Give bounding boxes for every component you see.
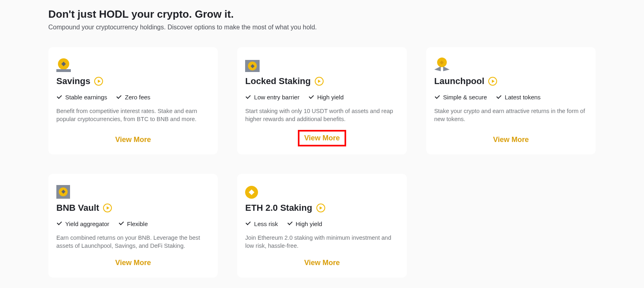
check-icon <box>434 95 440 99</box>
card-description: Stake your crypto and earn attractive re… <box>434 107 588 127</box>
page-subtitle: Compound your cryptocurrency holdings. D… <box>48 24 596 31</box>
card-title: BNB Vault <box>56 203 99 213</box>
cards-grid: Savings Stable earnings Zero fees Benefi… <box>48 47 596 278</box>
card-bnb-vault: BNB Vault Yield aggregator Flexible Earn… <box>48 174 218 278</box>
card-title: Savings <box>56 76 90 86</box>
check-icon <box>245 222 251 226</box>
launchpool-icon <box>434 57 588 72</box>
view-more-button[interactable]: View More <box>488 133 534 146</box>
card-eth2-staking: ETH 2.0 Staking Less risk High yield Joi… <box>237 174 407 278</box>
feature-item: Low entry barrier <box>245 94 299 101</box>
view-more-button[interactable]: View More <box>110 256 156 269</box>
check-icon <box>287 222 293 226</box>
locked-staking-icon <box>245 57 398 72</box>
feature-item: Yield aggregator <box>56 220 109 227</box>
feature-item: Stable earnings <box>56 94 107 101</box>
play-icon[interactable] <box>316 204 325 212</box>
feature-label: Low entry barrier <box>254 94 299 101</box>
card-title: Launchpool <box>434 76 485 86</box>
feature-label: High yield <box>317 94 344 101</box>
card-title: ETH 2.0 Staking <box>245 203 312 213</box>
view-more-button[interactable]: View More <box>298 130 347 146</box>
card-features: Simple & secure Latest tokens <box>434 94 588 101</box>
card-description: Earn combined returns on your BNB. Lever… <box>56 234 210 250</box>
feature-label: Stable earnings <box>65 94 107 101</box>
feature-item: Less risk <box>245 220 278 227</box>
card-features: Less risk High yield <box>245 220 398 227</box>
feature-label: High yield <box>296 220 322 227</box>
card-locked-staking: Locked Staking Low entry barrier High yi… <box>237 47 407 154</box>
feature-label: Zero fees <box>125 94 150 101</box>
page-title: Don't just HODL your crypto. Grow it. <box>48 8 596 21</box>
check-icon <box>56 95 62 99</box>
card-description: Benefit from competitive interest rates.… <box>56 107 210 127</box>
feature-item: Zero fees <box>116 94 150 101</box>
card-features: Yield aggregator Flexible <box>56 220 210 227</box>
check-icon <box>116 95 122 99</box>
card-savings: Savings Stable earnings Zero fees Benefi… <box>48 47 218 154</box>
play-icon[interactable] <box>94 77 103 86</box>
check-icon <box>118 222 124 226</box>
main-container: Don't just HODL your crypto. Grow it. Co… <box>0 0 644 278</box>
card-title-row: Locked Staking <box>245 76 398 86</box>
feature-item: Latest tokens <box>496 94 541 101</box>
view-more-button[interactable]: View More <box>110 133 156 146</box>
bnb-vault-icon <box>56 183 210 199</box>
check-icon <box>245 95 251 99</box>
view-more-button[interactable]: View More <box>299 256 345 269</box>
card-description: Join Ethereum 2.0 staking with minimum i… <box>245 234 398 250</box>
feature-item: High yield <box>308 94 344 101</box>
play-icon[interactable] <box>488 77 497 86</box>
card-title-row: Launchpool <box>434 76 588 86</box>
check-icon <box>496 95 502 99</box>
feature-item: High yield <box>287 220 322 227</box>
card-features: Low entry barrier High yield <box>245 94 398 101</box>
feature-label: Flexible <box>127 220 148 227</box>
card-description: Start staking with only 10 USDT worth of… <box>245 107 398 123</box>
card-title-row: BNB Vault <box>56 203 210 213</box>
check-icon <box>308 95 314 99</box>
savings-icon <box>56 57 210 72</box>
check-icon <box>56 222 62 226</box>
feature-item: Simple & secure <box>434 94 487 101</box>
play-icon[interactable] <box>315 77 324 86</box>
feature-label: Latest tokens <box>505 94 541 101</box>
feature-label: Yield aggregator <box>65 220 109 227</box>
feature-label: Simple & secure <box>443 94 487 101</box>
card-title-row: ETH 2.0 Staking <box>245 203 398 213</box>
card-features: Stable earnings Zero fees <box>56 94 210 101</box>
card-title: Locked Staking <box>245 76 311 86</box>
feature-label: Less risk <box>254 220 278 227</box>
eth2-staking-icon <box>245 183 398 199</box>
feature-item: Flexible <box>118 220 148 227</box>
card-launchpool: Launchpool Simple & secure Latest tokens… <box>426 47 596 154</box>
play-icon[interactable] <box>103 204 112 212</box>
card-title-row: Savings <box>56 76 210 86</box>
